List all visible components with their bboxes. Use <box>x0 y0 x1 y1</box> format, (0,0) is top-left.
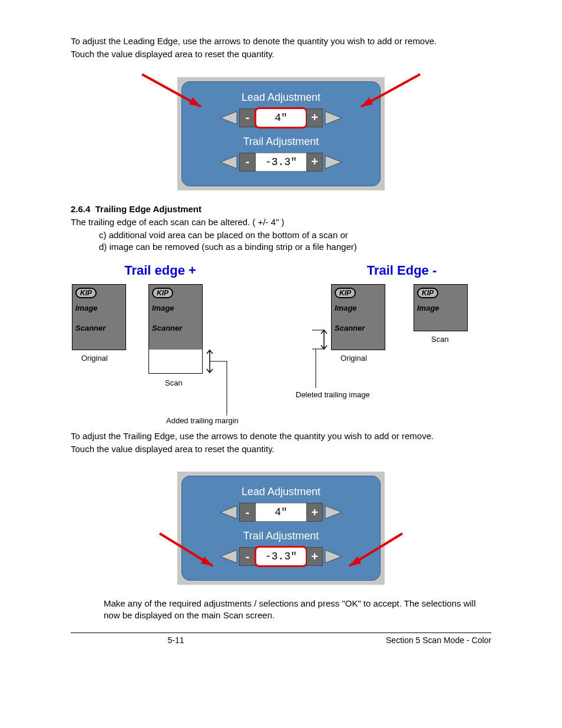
page-footer: 5-11 Section 5 Scan Mode - Color <box>71 635 491 645</box>
chevron-right-icon[interactable] <box>323 154 345 170</box>
kip-logo: KIP <box>417 288 438 298</box>
label-added-margin: Added trailing margin <box>166 416 239 425</box>
label-scan: Scan <box>431 335 449 344</box>
svg-marker-1 <box>325 111 342 124</box>
trail-value-display[interactable]: -3.3" <box>256 153 306 172</box>
minus-button[interactable]: - <box>239 153 256 172</box>
lead-adjustment-label: Lead Adjustment <box>187 91 375 104</box>
label-original: Original <box>81 354 108 363</box>
lead-adjustment-panel-figure: Lead Adjustment - 4" + Trail Adjustment <box>71 77 491 190</box>
lead-adjustment-label: Lead Adjustment <box>187 486 375 498</box>
intro-p1: To adjust the Leading Edge, use the arro… <box>71 35 491 47</box>
svg-marker-15 <box>220 506 237 519</box>
label-scan: Scan <box>165 378 183 387</box>
svg-marker-3 <box>325 156 342 169</box>
concluding-note: Make any of the required adjustments / s… <box>104 598 491 622</box>
minus-button[interactable]: - <box>239 503 256 522</box>
trail-edge-diagrams: Trail edge + KIP Image Scanner Original … <box>71 263 491 426</box>
trail-stepper[interactable]: - -3.3" + <box>239 547 323 566</box>
diagram-title-minus: Trail Edge - <box>313 263 490 278</box>
chevron-left-icon[interactable] <box>217 549 239 564</box>
label-deleted-image: Deleted trailing image <box>296 390 370 399</box>
lead-stepper[interactable]: - 4" + <box>239 503 323 522</box>
kip-logo: KIP <box>75 288 97 298</box>
list-item-d: d) image can be removed (such as a bindi… <box>99 241 491 253</box>
svg-marker-0 <box>220 111 237 124</box>
trail-adjustment-panel-figure: Lead Adjustment - 4" + Trail Adjustment <box>71 472 491 585</box>
plus-button[interactable]: + <box>306 108 323 127</box>
label-original: Original <box>340 354 367 363</box>
lead-value-display[interactable]: 4" <box>256 108 306 127</box>
section-label: Section 5 Scan Mode - Color <box>281 635 491 645</box>
trail-adjustment-label: Trail Adjustment <box>187 136 375 148</box>
footer-rule <box>71 633 491 633</box>
intro2-p1: To adjust the Trailing Edge, use the arr… <box>71 430 491 442</box>
trail-stepper[interactable]: - -3.3" + <box>239 153 323 172</box>
chevron-right-icon[interactable] <box>323 110 345 126</box>
minus-button[interactable]: - <box>239 547 256 566</box>
chevron-left-icon[interactable] <box>217 505 239 520</box>
svg-marker-16 <box>325 506 342 519</box>
lead-value-display[interactable]: 4" <box>256 503 306 522</box>
chevron-right-icon[interactable] <box>323 505 345 520</box>
kip-logo: KIP <box>335 288 356 298</box>
kip-logo: KIP <box>152 288 173 298</box>
intro2-p2: Touch the value displayed area to reset … <box>71 443 491 455</box>
section-line: The trailing edge of each scan can be al… <box>71 216 491 228</box>
intro-p2: Touch the value displayed area to reset … <box>71 48 491 60</box>
svg-marker-18 <box>325 550 342 563</box>
minus-button[interactable]: - <box>239 108 256 127</box>
chevron-right-icon[interactable] <box>323 549 345 564</box>
svg-marker-2 <box>220 156 237 169</box>
page-number: 5-11 <box>71 635 281 645</box>
section-heading: 2.6.4 Trailing Edge Adjustment <box>71 203 491 215</box>
trail-adjustment-label: Trail Adjustment <box>187 530 375 542</box>
lead-stepper[interactable]: - 4" + <box>239 108 323 127</box>
chevron-left-icon[interactable] <box>217 110 239 126</box>
plus-button[interactable]: + <box>306 153 323 172</box>
chevron-left-icon[interactable] <box>217 154 239 170</box>
trail-value-display[interactable]: -3.3" <box>256 547 306 566</box>
plus-button[interactable]: + <box>306 547 323 566</box>
list-item-c: c) additional void area can be placed on… <box>99 229 491 241</box>
plus-button[interactable]: + <box>306 503 323 522</box>
svg-marker-17 <box>220 550 237 563</box>
diagram-title-plus: Trail edge + <box>72 263 249 278</box>
